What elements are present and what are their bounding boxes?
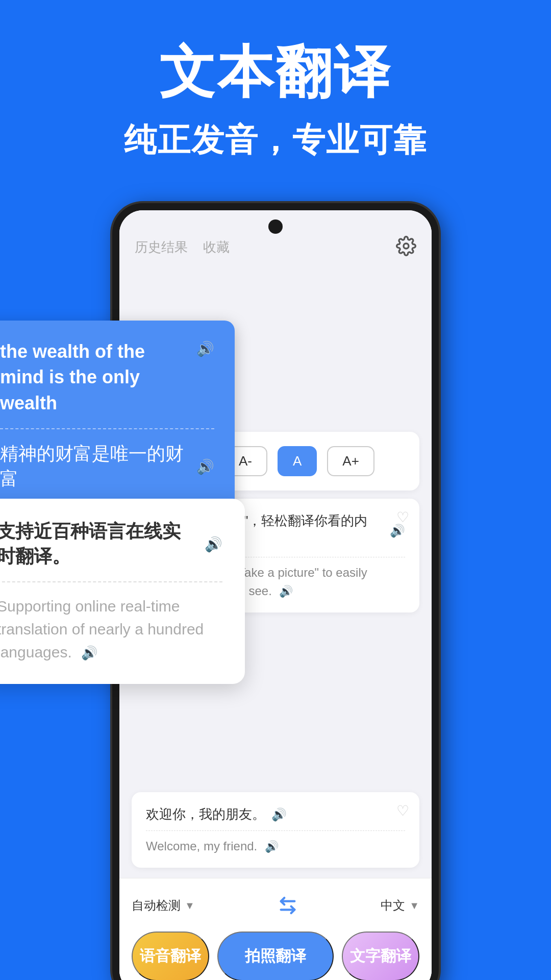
phone-header-tabs: 历史结果 收藏 — [135, 238, 230, 256]
svg-point-0 — [404, 243, 409, 249]
translation-card-blue: the wealth of the mind is the only wealt… — [0, 321, 235, 510]
tab-history[interactable]: 历史结果 — [135, 238, 188, 256]
sound-icon-source[interactable]: 🔊 — [196, 339, 214, 359]
card-source-text: the wealth of the mind is the only wealt… — [0, 339, 214, 416]
photo-translate-button[interactable]: 拍照翻译 — [217, 932, 334, 980]
phone-side-button — [434, 323, 439, 363]
sound-icon-overlay-en[interactable]: 🔊 — [81, 645, 97, 660]
entry-2-chinese: 欢迎你，我的朋友。 🔊 — [146, 804, 405, 824]
hero-title: 文本翻译 — [20, 41, 531, 103]
voice-translate-button[interactable]: 语音翻译 — [132, 932, 209, 980]
phone-header: 历史结果 收藏 — [119, 210, 432, 263]
sound-icon-overlay-cn[interactable]: 🔊 — [205, 536, 222, 553]
entry-2-english: Welcome, my friend. 🔊 — [146, 837, 405, 855]
action-buttons-row: 语音翻译 拍照翻译 文字翻译 — [132, 932, 419, 980]
phone-bottom-bar: 自动检测 ▼ 中文 ▼ — [119, 878, 432, 980]
settings-icon[interactable] — [396, 236, 416, 258]
entry-card-2: ♡ 欢迎你，我的朋友。 🔊 Welcome, my friend. 🔊 — [132, 792, 419, 868]
swap-languages-button[interactable] — [275, 893, 300, 918]
overlay-divider — [0, 581, 222, 582]
hero-subtitle: 纯正发音，专业可靠 — [20, 118, 531, 162]
tab-favorites[interactable]: 收藏 — [203, 238, 230, 256]
lang-selector-row: 自动检测 ▼ 中文 ▼ — [132, 887, 419, 924]
overlay-card-white: 支持近百种语言在线实时翻译。 🔊 Supporting online real-… — [0, 499, 245, 684]
heart-icon-1[interactable]: ♡ — [396, 509, 409, 526]
target-lang-chevron: ▼ — [409, 900, 419, 912]
font-increase-button[interactable]: A+ — [327, 446, 374, 476]
card-divider — [0, 428, 214, 429]
source-lang-selector[interactable]: 自动检测 ▼ — [132, 897, 195, 914]
heart-icon-2[interactable]: ♡ — [396, 802, 409, 819]
target-lang-selector[interactable]: 中文 ▼ — [381, 897, 419, 914]
sound-icon-entry2-en[interactable]: 🔊 — [265, 840, 279, 853]
overlay-chinese: 支持近百种语言在线实时翻译。 🔊 — [0, 519, 222, 569]
hero-section: 文本翻译 纯正发音，专业可靠 — [0, 0, 551, 193]
text-translate-button[interactable]: 文字翻译 — [342, 932, 419, 980]
sound-icon-target[interactable]: 🔊 — [196, 458, 214, 475]
sound-icon-entry1-en[interactable]: 🔊 — [279, 585, 293, 598]
entry-2-divider — [146, 830, 405, 831]
phone-notch — [268, 219, 283, 234]
source-lang-chevron: ▼ — [185, 900, 195, 912]
card-translated-text: 精神的财富是唯一的财富 🔊 — [0, 442, 214, 492]
overlay-english: Supporting online real-time translation … — [0, 595, 222, 664]
font-normal-button[interactable]: A — [278, 446, 317, 476]
phone-wrapper: the wealth of the mind is the only wealt… — [0, 193, 551, 980]
sound-icon-entry2-cn[interactable]: 🔊 — [271, 805, 287, 824]
